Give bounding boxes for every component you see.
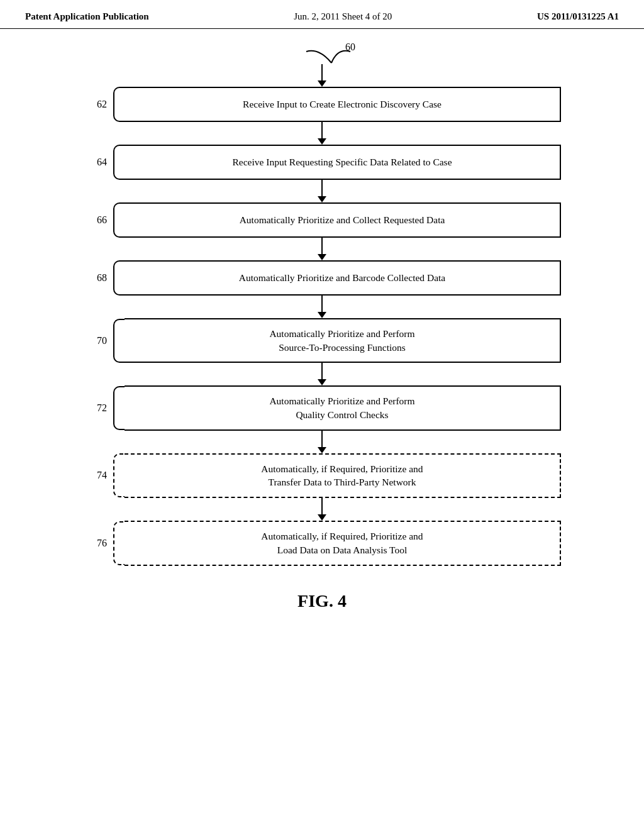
publication-label: Patent Application Publication: [25, 11, 149, 22]
patent-number-label: US 2011/0131225 A1: [537, 11, 619, 22]
flow-row-74: 74 Automatically, if Required, Prioritiz…: [83, 453, 561, 498]
bracket-74: [113, 453, 125, 497]
bracket-76: [113, 521, 125, 565]
block-label-66: 66: [83, 214, 107, 226]
arrow-68-70: [318, 296, 326, 318]
bracket-72: [113, 386, 125, 430]
arrow-62-64: [318, 122, 326, 145]
bracket-68: [113, 260, 125, 296]
flow-row-68: 68 Automatically Prioritize and Barcode …: [83, 260, 561, 296]
flow-box-74: Automatically, if Required, Prioritize a…: [125, 453, 561, 498]
flow-box-76: Automatically, if Required, Prioritize a…: [125, 521, 561, 565]
flow-box-64: Receive Input Requesting Specific Data R…: [125, 145, 561, 180]
block-label-76: 76: [83, 538, 107, 549]
start-node: 60: [281, 42, 363, 87]
flow-row-64: 64 Receive Input Requesting Specific Dat…: [83, 145, 561, 180]
flow-row-66: 66 Automatically Prioritize and Collect …: [83, 202, 561, 238]
block-label-68: 68: [83, 272, 107, 284]
svg-text:60: 60: [345, 42, 355, 52]
bracket-62: [113, 87, 125, 122]
arrow-64-66: [318, 180, 326, 202]
figure-label: FIG. 4: [297, 591, 347, 611]
bracket-70: [113, 319, 125, 363]
date-sheet-label: Jun. 2, 2011 Sheet 4 of 20: [294, 11, 392, 22]
block-label-72: 72: [83, 402, 107, 414]
bracket-64: [113, 145, 125, 180]
block-label-62: 62: [83, 99, 107, 110]
flow-box-62: Receive Input to Create Electronic Disco…: [125, 87, 561, 122]
arrow-66-68: [318, 238, 326, 260]
diagram-area: 60 62 Receive Input to Create Electronic…: [0, 29, 644, 636]
arrow-start: [318, 64, 326, 87]
flow-row-76: 76 Automatically, if Required, Prioritiz…: [83, 521, 561, 565]
arrow-72-74: [318, 431, 326, 453]
flow-row-72: 72 Automatically Prioritize and Perform …: [83, 385, 561, 430]
arrow-74-76: [318, 498, 326, 521]
flow-box-70: Automatically Prioritize and Perform Sou…: [125, 318, 561, 363]
block-label-70: 70: [83, 335, 107, 346]
page-header: Patent Application Publication Jun. 2, 2…: [0, 0, 644, 29]
flow-box-72: Automatically Prioritize and Perform Qua…: [125, 385, 561, 430]
arrow-70-72: [318, 363, 326, 385]
flow-row-70: 70 Automatically Prioritize and Perform …: [83, 318, 561, 363]
block-label-74: 74: [83, 470, 107, 481]
block-label-64: 64: [83, 157, 107, 168]
flow-box-68: Automatically Prioritize and Barcode Col…: [125, 260, 561, 296]
flow-box-66: Automatically Prioritize and Collect Req…: [125, 202, 561, 238]
bracket-66: [113, 202, 125, 238]
start-arc-svg: 60: [300, 42, 363, 64]
flow-row-62: 62 Receive Input to Create Electronic Di…: [83, 87, 561, 122]
